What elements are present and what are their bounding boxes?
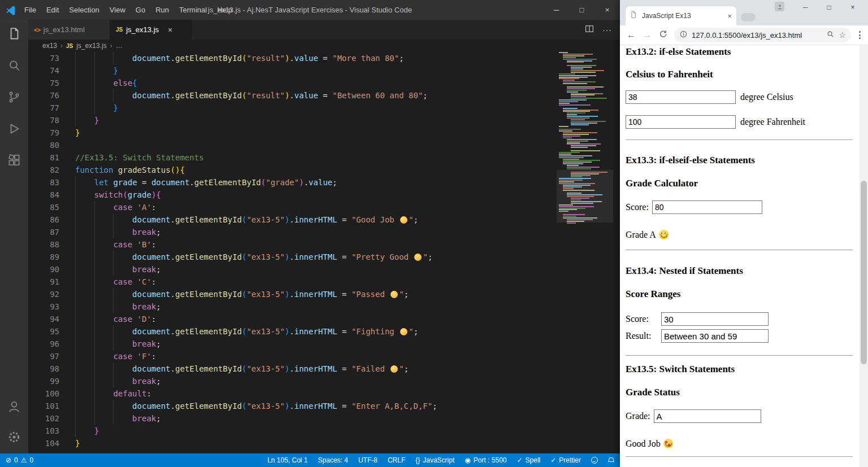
code-token: . [289, 215, 294, 224]
result-input[interactable] [661, 329, 769, 343]
encoding-status[interactable]: UTF-8 [358, 456, 377, 464]
code-token: switch [94, 190, 123, 199]
menu-edit[interactable]: Edit [41, 0, 64, 20]
code-line[interactable]: 76document.getElementById("result").valu… [28, 89, 620, 102]
source-control-icon[interactable] [7, 90, 21, 107]
grade-input[interactable] [654, 409, 761, 423]
code-line[interactable]: 103} [28, 425, 620, 437]
code-line[interactable]: 98document.getElementById("ex13-5").inne… [28, 363, 620, 375]
code-token: : [151, 277, 156, 286]
menu-run[interactable]: Run [150, 0, 174, 20]
browser-tab[interactable]: JavaScript Ex13 × [626, 6, 736, 25]
code-line[interactable]: 86document.getElementById("ex13-5").inne… [28, 213, 620, 226]
code-line[interactable]: 80 [28, 139, 620, 151]
site-info-icon[interactable] [679, 30, 688, 41]
code-line[interactable]: 93break; [28, 300, 620, 313]
code-line[interactable]: 94case 'D': [28, 313, 620, 325]
spell-checker-status[interactable]: ✓ Spell [517, 456, 541, 464]
code-line[interactable]: 77} [28, 102, 620, 114]
minimize-button[interactable]: ─ [793, 0, 817, 15]
maximize-button[interactable]: □ [569, 0, 594, 20]
back-icon[interactable]: ← [623, 30, 639, 40]
score-range-input[interactable] [661, 312, 769, 326]
settings-gear-icon[interactable] [7, 430, 21, 447]
scrollbar-thumb[interactable] [861, 181, 867, 364]
code-line[interactable]: 73document.getElementById("result").valu… [28, 52, 620, 64]
code-line[interactable]: 101document.getElementById("ex13-5").inn… [28, 400, 620, 412]
close-button[interactable]: × [841, 0, 865, 15]
indent-guide [113, 375, 132, 387]
address-bar[interactable]: 127.0.0.1:5500/ex13/js_ex13.html ☆ [674, 28, 851, 42]
problems-status[interactable]: ⊘ 0 ⚠ 0 [6, 456, 33, 464]
code-line[interactable]: 92document.getElementById("ex13-5").inne… [28, 288, 620, 300]
minimap[interactable] [557, 52, 613, 453]
code-line[interactable]: 79} [28, 126, 620, 139]
live-server-port[interactable]: ◉ Port : 5500 [465, 456, 506, 464]
account-icon[interactable] [7, 399, 21, 416]
code-line[interactable]: 74} [28, 64, 620, 77]
feedback-icon[interactable] [591, 457, 598, 464]
close-button[interactable]: × [594, 0, 620, 20]
page-scrollbar[interactable] [860, 45, 868, 467]
code-line[interactable]: 87break; [28, 226, 620, 238]
language-mode[interactable]: {} JavaScript [415, 456, 454, 464]
forward-icon[interactable]: → [639, 30, 655, 40]
code-line[interactable]: 99break; [28, 375, 620, 387]
code-line[interactable]: 88case 'B': [28, 238, 620, 251]
code-line[interactable]: 82function gradeStatus(){ [28, 164, 620, 176]
menu-selection[interactable]: Selection [64, 0, 104, 20]
code-line[interactable]: 84switch(grade){ [28, 189, 620, 201]
menu-view[interactable]: View [105, 0, 131, 20]
code-line[interactable]: 78} [28, 114, 620, 126]
code-line[interactable]: 81//Ex13.5: Switch Statements [28, 151, 620, 164]
code-line[interactable]: 85case 'A': [28, 201, 620, 213]
code-editor[interactable]: 73document.getElementById("result").valu… [28, 52, 620, 453]
extensions-icon[interactable] [7, 153, 21, 170]
bookmark-star-icon[interactable]: ☆ [839, 30, 846, 40]
run-and-debug-icon[interactable] [7, 121, 21, 138]
eol-status[interactable]: CRLF [388, 456, 405, 464]
fahrenheit-input[interactable] [626, 115, 736, 129]
search-icon[interactable] [7, 58, 21, 75]
code-token: . [171, 327, 175, 336]
code-line[interactable]: 104} [28, 437, 620, 449]
code-line[interactable]: 91case 'C': [28, 276, 620, 288]
code-line[interactable]: 100default: [28, 387, 620, 400]
tab-close-icon[interactable]: × [727, 12, 732, 20]
code-line[interactable]: 89document.getElementById("ex13-5").inne… [28, 251, 620, 263]
menu-file[interactable]: File [19, 0, 41, 20]
maximize-button[interactable]: □ [817, 0, 841, 15]
prettier-status[interactable]: ✓ Prettier [550, 456, 581, 464]
tab-js-ex13-html[interactable]: <> js_ex13.html [28, 20, 110, 40]
code-line[interactable]: 96break; [28, 338, 620, 350]
minimize-button[interactable]: ─ [544, 0, 569, 20]
code-line[interactable]: 90break; [28, 263, 620, 276]
line-number: 80 [28, 139, 75, 151]
score-input[interactable] [652, 200, 762, 214]
code-line[interactable]: 102break; [28, 412, 620, 425]
notifications-bell-icon[interactable] [608, 457, 614, 463]
tab-js-ex13-js[interactable]: JS js_ex13.js × [110, 20, 192, 40]
new-tab-button[interactable] [741, 13, 756, 21]
minimap-line [567, 116, 598, 117]
explorer-icon[interactable] [7, 27, 21, 43]
reload-icon[interactable] [655, 29, 671, 41]
celsius-input[interactable] [626, 90, 736, 104]
zoom-icon[interactable] [826, 30, 835, 41]
more-actions-icon[interactable]: ··· [602, 25, 612, 34]
code-line[interactable]: 97case 'F': [28, 350, 620, 363]
breadcrumb-more[interactable]: … [116, 42, 123, 50]
code-line[interactable]: 75else{ [28, 77, 620, 89]
code-line[interactable]: 83let grade = document.getElementById("g… [28, 176, 620, 189]
browser-menu-icon[interactable] [854, 31, 865, 39]
split-editor-icon[interactable] [584, 24, 594, 36]
titlebar-profile-icon[interactable] [775, 2, 784, 11]
cursor-position[interactable]: Ln 105, Col 1 [267, 456, 307, 464]
breadcrumb-file[interactable]: js_ex13.js [76, 42, 106, 50]
indentation-status[interactable]: Spaces: 4 [318, 456, 348, 464]
breadcrumb-folder[interactable]: ex13 [42, 42, 57, 50]
menu-terminal[interactable]: Terminal [174, 0, 212, 20]
tab-close-icon[interactable]: × [168, 25, 172, 34]
menu-go[interactable]: Go [131, 0, 150, 20]
code-line[interactable]: 95document.getElementById("ex13-5").inne… [28, 325, 620, 338]
